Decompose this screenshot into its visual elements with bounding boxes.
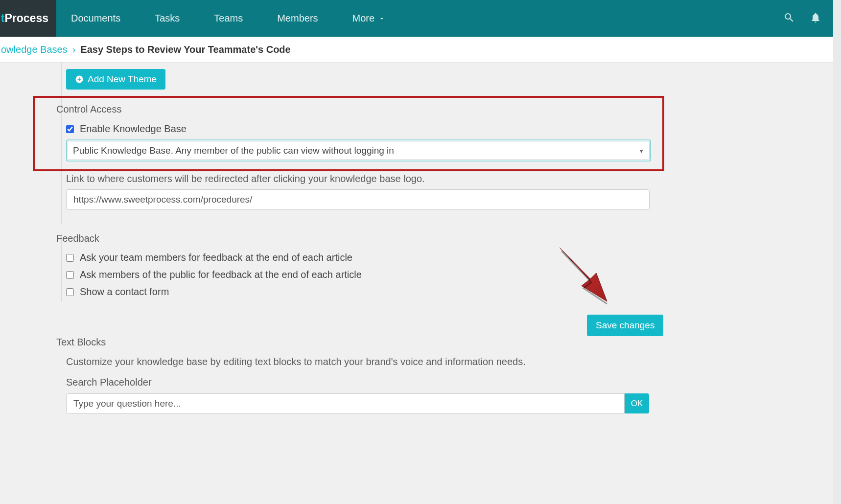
search-placeholder-label: Search Placeholder: [66, 377, 152, 388]
add-new-theme-button[interactable]: Add New Theme: [66, 69, 165, 90]
feedback-team-checkbox[interactable]: [66, 254, 74, 262]
nav-more[interactable]: More: [352, 13, 386, 24]
feedback-public-checkbox[interactable]: [66, 271, 74, 279]
logo[interactable]: tProcess: [0, 0, 56, 37]
text-blocks-description: Customize your knowledge base by editing…: [66, 356, 526, 367]
search-placeholder-ok-button[interactable]: OK: [625, 393, 649, 413]
search-placeholder-input[interactable]: [66, 393, 625, 413]
top-navbar: tProcess Documents Tasks Teams Members M…: [0, 0, 841, 37]
bell-icon[interactable]: [810, 12, 821, 25]
logo-process: Process: [4, 12, 48, 25]
feedback-team-label: Ask your team members for feedback at th…: [80, 252, 352, 263]
annotation-arrow-icon: [552, 244, 611, 307]
feedback-public-label: Ask members of the public for feedback a…: [80, 269, 362, 280]
logo-redirect-label: Link to where customers will be redirect…: [66, 173, 425, 184]
breadcrumb-separator: ›: [72, 44, 76, 55]
feedback-contact-form-checkbox[interactable]: [66, 288, 74, 296]
breadcrumb-current: Easy Steps to Review Your Teammate's Cod…: [80, 44, 290, 55]
chevron-down-icon: [378, 15, 385, 22]
feedback-heading: Feedback: [56, 233, 99, 244]
plus-circle-icon: [75, 75, 84, 84]
add-new-theme-label: Add New Theme: [88, 74, 157, 85]
feedback-contact-form-label: Show a contact form: [80, 286, 169, 298]
nav-icons: [783, 12, 841, 25]
control-access-heading: Control Access: [56, 104, 121, 115]
kb-visibility-select-wrap: Public Knowledge Base. Any member of the…: [66, 139, 651, 161]
nav-more-label: More: [352, 13, 375, 24]
feedback-team-row[interactable]: Ask your team members for feedback at th…: [66, 252, 352, 263]
logo-redirect-input[interactable]: [66, 189, 650, 210]
enable-knowledge-base-checkbox[interactable]: [66, 125, 74, 133]
nav-members[interactable]: Members: [277, 13, 318, 24]
scrollbar[interactable]: [833, 0, 841, 504]
section-divider: [61, 63, 62, 224]
search-icon[interactable]: [783, 12, 795, 25]
save-changes-button[interactable]: Save changes: [587, 315, 663, 336]
enable-knowledge-base-row[interactable]: Enable Knowledge Base: [66, 123, 187, 135]
nav-teams[interactable]: Teams: [214, 13, 243, 24]
enable-knowledge-base-label: Enable Knowledge Base: [80, 123, 187, 135]
feedback-contact-form-row[interactable]: Show a contact form: [66, 286, 169, 298]
nav-links: Documents Tasks Teams Members More: [56, 13, 385, 24]
nav-documents[interactable]: Documents: [71, 13, 120, 24]
breadcrumb-link[interactable]: owledge Bases: [1, 44, 68, 55]
nav-tasks[interactable]: Tasks: [155, 13, 180, 24]
text-blocks-heading: Text Blocks: [56, 337, 106, 348]
breadcrumb: owledge Bases › Easy Steps to Review You…: [0, 37, 841, 63]
feedback-public-row[interactable]: Ask members of the public for feedback a…: [66, 269, 362, 280]
logo-t: t: [1, 12, 5, 25]
kb-visibility-select[interactable]: Public Knowledge Base. Any member of the…: [68, 141, 650, 160]
